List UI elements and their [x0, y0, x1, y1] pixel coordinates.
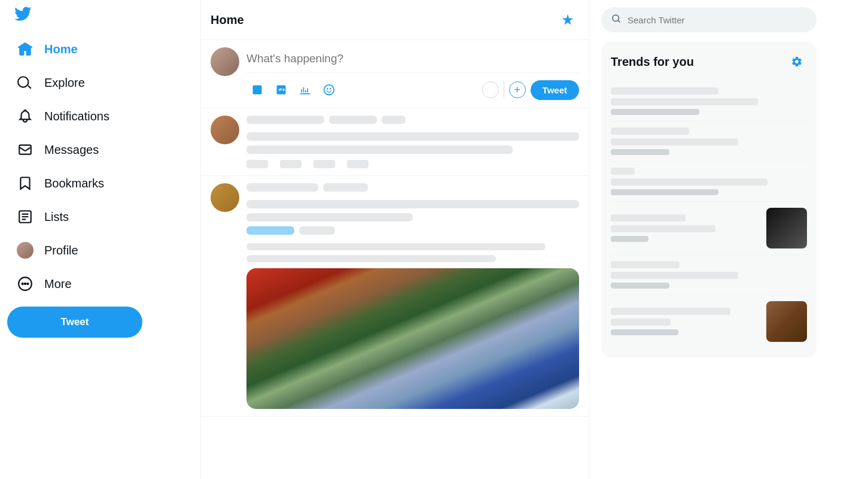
- search-icon: [611, 13, 622, 26]
- twitter-bird-icon: [14, 5, 32, 27]
- svg-point-5: [324, 85, 334, 95]
- sidebar-item-explore-label: Explore: [44, 76, 85, 90]
- tweet-image[interactable]: [246, 268, 579, 409]
- trend-name: [611, 319, 671, 326]
- svg-point-8: [613, 15, 619, 22]
- trend-row: [611, 208, 807, 248]
- trend-count: [611, 236, 648, 242]
- sidebar-item-bookmarks[interactable]: Bookmarks: [7, 168, 193, 199]
- compose-right-actions: + Tweet: [482, 80, 579, 100]
- sidebar-item-explore[interactable]: Explore: [7, 67, 193, 98]
- compose-image-btn[interactable]: [246, 79, 268, 101]
- notifications-icon: [17, 108, 33, 125]
- feed-title: Home: [211, 13, 244, 27]
- trends-box: Trends for you: [601, 42, 817, 357]
- tweet-body: [246, 116, 579, 168]
- sparkle-icon[interactable]: [556, 8, 579, 31]
- trend-item[interactable]: [611, 255, 807, 295]
- explore-icon: [17, 74, 33, 91]
- sidebar-item-notifications[interactable]: Notifications: [7, 101, 193, 132]
- compose-divider: [504, 81, 504, 98]
- trend-category: [611, 87, 718, 95]
- tweet-hashtag: [246, 226, 294, 235]
- compose-emoji-btn[interactable]: [318, 79, 340, 101]
- tweet-text-2: [246, 145, 513, 154]
- tweet-text-inline: [299, 226, 335, 235]
- tweet-actions: [246, 160, 579, 168]
- svg-point-2: [22, 283, 23, 284]
- tweet-username: [246, 116, 324, 124]
- tweet-submit-button[interactable]: Tweet: [531, 80, 579, 100]
- svg-point-3: [25, 283, 26, 284]
- search-input[interactable]: [628, 15, 807, 25]
- sidebar-item-more[interactable]: More: [7, 268, 193, 299]
- compose-box: + Tweet: [201, 40, 589, 108]
- compose-icons: [246, 79, 340, 101]
- trend-count: [611, 329, 678, 335]
- search-bar[interactable]: [601, 7, 817, 32]
- tweet-reply-count: [246, 160, 268, 168]
- tweet-image-content: [246, 268, 579, 409]
- svg-point-4: [27, 283, 28, 284]
- profile-icon: [17, 242, 33, 259]
- compose-poll-btn[interactable]: [294, 79, 316, 101]
- trend-count: [611, 149, 669, 155]
- sidebar-item-profile[interactable]: Profile: [7, 235, 193, 266]
- sidebar-item-profile-label: Profile: [44, 244, 78, 257]
- tweet-text-1: [246, 132, 579, 141]
- sidebar-item-messages-label: Messages: [44, 143, 99, 157]
- right-sidebar: Trends for you: [589, 0, 829, 479]
- sidebar: Home Explore Notifications Messages: [0, 0, 200, 479]
- tweet-retweet-count: [280, 160, 301, 168]
- compose-gif-btn[interactable]: [270, 79, 292, 101]
- svg-point-6: [327, 88, 328, 90]
- trend-category: [611, 261, 680, 268]
- trend-row: [611, 301, 807, 342]
- tweet-avatar[interactable]: [211, 183, 239, 212]
- trend-item[interactable]: [611, 122, 807, 162]
- circle-indicator[interactable]: [482, 81, 499, 98]
- trend-item[interactable]: [611, 81, 807, 122]
- tweet-like-count: [313, 160, 335, 168]
- sidebar-item-home-label: Home: [44, 43, 78, 56]
- tweet-time: [382, 116, 406, 124]
- svg-point-7: [330, 88, 331, 90]
- trend-item[interactable]: [611, 162, 807, 202]
- gear-icon[interactable]: [787, 51, 807, 72]
- sidebar-item-home[interactable]: Home: [7, 34, 193, 65]
- messages-icon: [17, 141, 33, 158]
- sidebar-item-notifications-label: Notifications: [44, 110, 109, 123]
- twitter-logo[interactable]: [7, 0, 38, 31]
- compose-input[interactable]: [246, 47, 579, 72]
- lists-icon: [17, 208, 33, 225]
- plus-button[interactable]: +: [509, 81, 526, 98]
- sidebar-item-lists[interactable]: Lists: [7, 201, 193, 232]
- trend-name: [611, 272, 738, 279]
- trends-header: Trends for you: [611, 51, 807, 72]
- trend-count: [611, 283, 669, 289]
- trend-text: [611, 308, 760, 335]
- trend-item-with-thumb[interactable]: [611, 202, 807, 255]
- home-icon: [17, 41, 33, 57]
- trend-thumbnail: [766, 208, 807, 248]
- trend-count: [611, 189, 718, 195]
- trend-category: [611, 128, 689, 135]
- tweet-button[interactable]: Tweet: [7, 307, 142, 338]
- tweet-handle: [323, 183, 368, 192]
- more-icon: [17, 275, 33, 292]
- tweet-username: [246, 183, 318, 192]
- trend-count: [611, 109, 699, 115]
- sidebar-item-more-label: More: [44, 277, 72, 291]
- compose-avatar: [211, 47, 239, 76]
- trends-title: Trends for you: [611, 55, 694, 69]
- tweet-item: [201, 108, 589, 176]
- sidebar-item-messages[interactable]: Messages: [7, 134, 193, 165]
- sidebar-item-bookmarks-label: Bookmarks: [44, 177, 104, 190]
- trend-name: [611, 225, 715, 232]
- trend-name: [611, 98, 758, 105]
- tweet-avatar[interactable]: [211, 116, 239, 144]
- compose-actions: + Tweet: [246, 72, 579, 101]
- sidebar-item-lists-label: Lists: [44, 210, 69, 224]
- trend-item-with-thumb[interactable]: [611, 295, 807, 348]
- tweet-text-3: [246, 243, 546, 250]
